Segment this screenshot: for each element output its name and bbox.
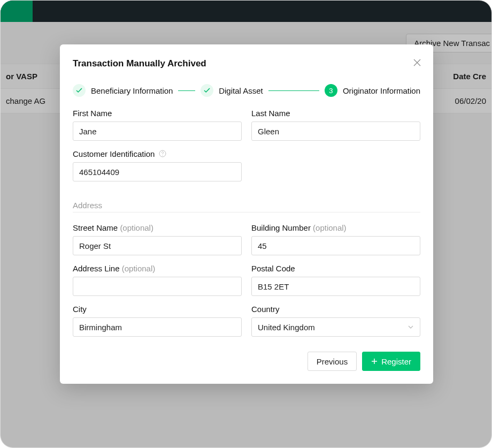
step-3-label: Originator Information [343,86,420,95]
customer-id-label: Customer Identification [73,149,242,158]
modal-footer: Previous Register [73,352,420,371]
country-label: Country [251,305,420,314]
postal-code-label: Postal Code [251,264,420,273]
customer-id-label-text: Customer Identification [73,149,155,158]
customer-id-input[interactable]: 465104409 [73,162,242,181]
step-number-badge: 3 [325,84,337,97]
last-name-field: Last Name Gleen [251,109,420,141]
postal-code-input[interactable]: B15 2ET [251,277,420,296]
optional-marker: (optional) [120,223,153,232]
address-line-label-text: Address Line [73,264,120,273]
plus-icon [371,358,378,365]
city-field: City Birmingham [73,305,242,337]
last-name-input[interactable]: Gleen [251,122,420,141]
previous-button[interactable]: Previous [308,352,357,371]
street-name-field: Street Name (optional) Roger St [73,223,242,255]
address-line-input[interactable] [73,277,242,296]
originator-form: First Name Jane Last Name Gleen Customer… [73,109,420,337]
check-icon [201,84,213,97]
optional-marker: (optional) [313,223,347,232]
chevron-down-icon [408,324,414,330]
modal-title: Transaction Manually Archived [73,58,420,69]
transaction-archived-modal: Transaction Manually Archived Beneficiar… [60,44,433,384]
building-number-label-text: Building Number [251,223,311,232]
last-name-label: Last Name [251,109,420,118]
first-name-label: First Name [73,109,242,118]
address-line-label: Address Line (optional) [73,264,242,273]
step-2-label: Digital Asset [219,86,263,95]
building-number-input[interactable]: 45 [251,236,420,255]
check-icon [73,84,86,97]
step-3[interactable]: 3 Originator Information [325,84,420,97]
postal-code-field: Postal Code B15 2ET [251,264,420,296]
street-name-label: Street Name (optional) [73,223,242,232]
city-input[interactable]: Birmingham [73,317,242,337]
step-1[interactable]: Beneficiary Information [73,84,173,97]
city-label: City [73,305,242,314]
step-connector [178,90,195,91]
address-section-header: Address [73,190,420,212]
address-line-field: Address Line (optional) [73,264,242,296]
optional-marker: (optional) [122,264,156,273]
building-number-label: Building Number (optional) [251,223,420,232]
step-2[interactable]: Digital Asset [201,84,263,97]
app-viewport: Archive New Transac or VASP Date Cre cha… [0,0,492,448]
street-name-input[interactable]: Roger St [73,236,242,255]
close-icon[interactable] [411,56,424,69]
step-connector [268,90,319,91]
first-name-input[interactable]: Jane [73,122,242,141]
country-select[interactable]: United Kingdom [251,317,420,337]
register-button[interactable]: Register [362,352,420,371]
building-number-field: Building Number (optional) 45 [251,223,420,255]
country-selected-value: United Kingdom [258,323,315,332]
street-name-label-text: Street Name [73,223,118,232]
stepper: Beneficiary Information Digital Asset 3 … [73,84,420,97]
first-name-field: First Name Jane [73,109,242,141]
step-1-label: Beneficiary Information [91,86,173,95]
help-icon[interactable] [159,150,166,157]
register-button-label: Register [381,357,411,366]
country-field: Country United Kingdom [251,305,420,337]
customer-id-field: Customer Identification 465104409 [73,149,242,181]
